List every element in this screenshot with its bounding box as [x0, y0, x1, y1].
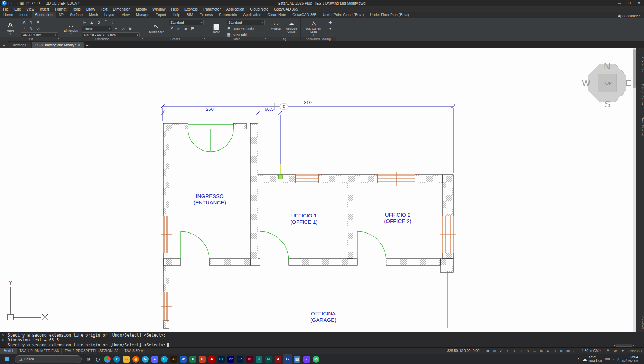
leader-tool-icon[interactable]: ≡ — [183, 26, 189, 31]
status-toggle-icon[interactable]: ⇄ — [558, 348, 564, 354]
view-cube[interactable]: TOP N W E S — [582, 61, 632, 109]
layout-tab[interactable]: TAV. 3 3D A1 — [122, 348, 148, 354]
menu-item[interactable]: Express — [182, 6, 201, 12]
task-view-icon[interactable]: ⊡ — [84, 354, 93, 364]
menu-item[interactable]: File — [0, 6, 12, 12]
workspace-combo[interactable]: 2D OLIVIERI LUCA ▾ — [44, 1, 82, 5]
ribbon-tab[interactable]: Insert — [16, 12, 32, 18]
dialog-launcher-icon[interactable]: ◢ — [141, 36, 143, 41]
ribbon-tab[interactable]: Annotation — [32, 12, 56, 18]
drawing-canvas[interactable]: 810 260 66,5 0 — [0, 48, 636, 332]
menu-item[interactable]: Parameter — [201, 6, 223, 12]
clock[interactable]: 23:04 02/06/2025 — [622, 355, 638, 363]
menu-item[interactable]: View — [24, 6, 37, 12]
print-icon[interactable]: ⎙ — [26, 1, 29, 6]
notepad-icon[interactable]: ▤ — [292, 354, 302, 364]
tray-icon[interactable]: ⌨ — [605, 357, 610, 361]
status-toggle-icon[interactable]: ⊞ — [492, 348, 497, 354]
ribbon-tab[interactable]: Manage — [133, 12, 152, 18]
ribbon-tab[interactable]: 3D — [56, 12, 67, 18]
paint-icon[interactable]: ◐ — [302, 354, 311, 364]
premiere-icon[interactable]: Pr — [226, 354, 235, 364]
dim-tool-icon[interactable]: ↕ — [110, 20, 116, 25]
dialog-launcher-icon[interactable]: ◢ — [203, 36, 205, 41]
ribbon-tab[interactable]: Export — [152, 12, 169, 18]
status-toggle-icon[interactable]: ▭ — [538, 348, 544, 354]
add-layout-button[interactable]: + — [148, 349, 156, 353]
leader-tool-icon[interactable]: ↙ — [176, 26, 182, 31]
menu-item[interactable]: Application — [223, 6, 247, 12]
add-current-scale-button[interactable]: △ Add Current Scale ▾ — [303, 19, 325, 37]
dimensions-group[interactable]: 810 260 66,5 — [161, 100, 455, 174]
drawing-tab[interactable]: ES 3 Drawing and Modify* ✕ — [32, 42, 83, 48]
file-explorer-icon[interactable]: ▱ — [122, 354, 131, 364]
lightroom-icon[interactable]: Lr — [235, 354, 245, 364]
wipeout-button[interactable]: ▱ Wipeout — [269, 19, 284, 37]
layout-tab[interactable]: TAV. 2 PROSPETTI e SEZIONI A2 — [62, 348, 122, 354]
status-toggle-icon[interactable]: ⊿ — [552, 348, 557, 354]
status-toggle-icon[interactable]: ∠ — [498, 348, 504, 354]
ribbon-tab[interactable]: Home — [0, 12, 16, 18]
menu-item[interactable]: Modify — [133, 6, 150, 12]
ribbon-tab[interactable]: Parametric — [216, 12, 240, 18]
table-style-combo[interactable]: Standard ▾ — [227, 20, 265, 25]
status-toggle-icon[interactable]: ≡ — [545, 348, 551, 354]
floor-plan-drawing[interactable]: 810 260 66,5 0 — [0, 48, 636, 332]
dim-tool-icon[interactable]: ⌒ — [103, 20, 109, 25]
status-toggle-icon[interactable]: ▤ — [565, 348, 571, 354]
close-button[interactable]: ✕ — [634, 0, 644, 6]
tray-icon[interactable]: ⇄ — [617, 357, 619, 361]
ribbon-tab[interactable]: Application — [240, 12, 264, 18]
maya-icon[interactable]: M — [264, 354, 273, 364]
close-icon[interactable]: ✕ — [78, 44, 80, 47]
command-scrollbar[interactable]: ◂ ▸ — [614, 344, 634, 347]
firefox-icon[interactable]: ◉ — [131, 354, 141, 364]
text-tool-icon[interactable]: ⋮ — [21, 26, 27, 31]
dimension-button[interactable]: ↔ Dimension ▾ — [63, 19, 79, 37]
undo-icon[interactable]: ↶ — [32, 1, 35, 6]
ribbon-tab[interactable]: View — [118, 12, 133, 18]
weather-widget[interactable]: ☁ 20°C Nuvoloso — [583, 356, 602, 363]
room-labels[interactable]: INGRESSO (ENTRANCE) UFFICIO 1 (OFFICE 1)… — [194, 193, 411, 323]
tray-icon[interactable]: ♪ — [612, 357, 614, 361]
autocad-icon[interactable]: A — [273, 354, 283, 364]
status-toggle-icon[interactable]: ⊥ — [512, 348, 517, 354]
menu-item[interactable]: Edit — [12, 6, 24, 12]
side-tab-design-center[interactable]: Design Center — [636, 81, 644, 109]
ribbon-tab[interactable]: Undet Point Cloud (Beta) — [319, 12, 367, 18]
leader-tool-icon[interactable]: ⊞ — [190, 26, 196, 31]
ribbon-tab[interactable]: GstarCAD 365 — [289, 12, 319, 18]
text-tool-icon[interactable]: A — [21, 20, 27, 25]
chrome-icon[interactable] — [103, 354, 112, 364]
data-extraction-button[interactable]: ⊞ Data Extraction — [227, 26, 265, 31]
discord-icon[interactable]: ♦ — [150, 354, 160, 364]
status-tool-icon[interactable]: ▾ — [620, 348, 625, 354]
appearance-menu[interactable]: Appearance ▾ — [618, 14, 640, 18]
menu-item[interactable]: Window — [150, 6, 168, 12]
status-toggle-icon[interactable]: ↔ — [532, 348, 537, 354]
edge-icon[interactable]: e — [112, 354, 122, 364]
text-tool-icon[interactable]: ¶ — [28, 20, 34, 25]
ribbon-tab[interactable]: Mesh — [86, 12, 101, 18]
start-button[interactable] — [0, 354, 15, 364]
app-logo-icon[interactable]: G — [2, 1, 7, 6]
ribbon-tab[interactable]: Express — [196, 12, 216, 18]
new-drawing-tab-button[interactable]: + — [84, 43, 91, 48]
scrollbar-trough[interactable] — [616, 344, 632, 347]
show-desktop-button[interactable] — [641, 354, 643, 364]
mtext-button[interactable]: A Mtext ▾ — [2, 19, 19, 37]
menu-item[interactable]: Cloud Note — [247, 6, 271, 12]
text-tool-icon[interactable]: ≡ — [35, 20, 41, 25]
word-icon[interactable]: W — [178, 354, 188, 364]
scale-tool-icon[interactable]: ✚ — [327, 20, 333, 25]
telegram-icon[interactable]: ➤ — [141, 354, 150, 364]
drawing-menu-icon[interactable]: ≡ — [0, 41, 8, 48]
ribbon-tab[interactable]: Cloud Note — [265, 12, 290, 18]
menu-item[interactable]: Tools — [69, 6, 84, 12]
ribbon-tab[interactable]: Surface — [67, 12, 86, 18]
revision-cloud-button[interactable]: ☁ Revision Cloud — [284, 19, 299, 37]
table-button[interactable]: ▦ Table — [208, 19, 224, 37]
save-icon[interactable]: ▣ — [20, 1, 24, 6]
scroll-left-icon[interactable]: ◂ — [614, 344, 615, 347]
illustrator-icon[interactable]: Ai — [169, 354, 178, 364]
